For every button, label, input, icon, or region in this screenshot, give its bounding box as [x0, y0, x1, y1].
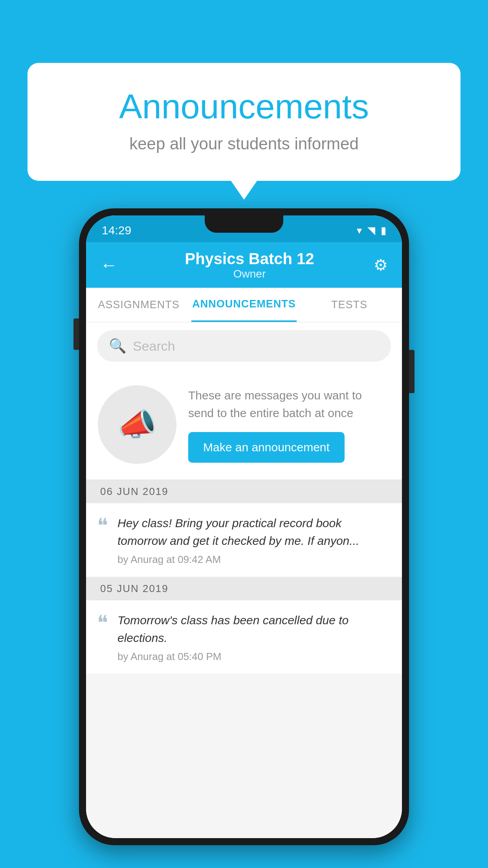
- bubble-subtitle: keep all your students informed: [59, 134, 429, 153]
- announcement-author-2: by Anurag at 05:40 PM: [117, 651, 391, 663]
- search-bar: 🔍 Search: [86, 322, 402, 370]
- bubble-title: Announcements: [59, 86, 429, 127]
- megaphone-circle: 📣: [98, 385, 176, 464]
- make-announcement-button[interactable]: Make an announcement: [188, 432, 345, 463]
- date-divider-2: 05 JUN 2019: [86, 577, 402, 600]
- search-icon: 🔍: [109, 338, 127, 354]
- prompt-content: These are messages you want to send to t…: [188, 386, 390, 463]
- megaphone-icon: 📣: [117, 406, 157, 443]
- announcement-prompt: 📣 These are messages you want to send to…: [86, 370, 402, 480]
- date-label-1: 06 JUN 2019: [100, 485, 169, 497]
- wifi-icon: ▾: [357, 224, 362, 237]
- app-bar-center: Physics Batch 12 Owner: [125, 250, 374, 280]
- power-button-right: [409, 350, 415, 393]
- app-bar-title: Physics Batch 12: [125, 250, 374, 268]
- date-label-2: 05 JUN 2019: [100, 583, 169, 594]
- phone-mockup: 14:29 ▾ ◥ ▮ ← Physics Batch 12 Owner ⚙ A…: [79, 208, 409, 845]
- announcement-item-2[interactable]: ❝ Tomorrow's class has been cancelled du…: [86, 600, 402, 674]
- camera-notch: [205, 215, 283, 233]
- battery-icon: ▮: [381, 224, 386, 237]
- signal-icon: ◥: [367, 224, 375, 237]
- speech-bubble: Announcements keep all your students inf…: [28, 63, 460, 181]
- quote-icon-2: ❝: [97, 613, 108, 633]
- prompt-message: These are messages you want to send to t…: [188, 386, 390, 422]
- announcement-content-1: Hey class! Bring your practical record b…: [117, 514, 391, 566]
- tab-assignments[interactable]: ASSIGNMENTS: [86, 288, 191, 322]
- quote-icon-1: ❝: [97, 516, 108, 536]
- announcement-text-1: Hey class! Bring your practical record b…: [117, 514, 391, 550]
- tab-tests[interactable]: TESTS: [297, 288, 402, 322]
- settings-button[interactable]: ⚙: [374, 256, 388, 274]
- search-placeholder: Search: [133, 338, 175, 354]
- announcement-text-2: Tomorrow's class has been cancelled due …: [117, 611, 391, 647]
- announcement-content-2: Tomorrow's class has been cancelled due …: [117, 611, 391, 663]
- search-input-container[interactable]: 🔍 Search: [97, 330, 391, 362]
- announcement-author-1: by Anurag at 09:42 AM: [117, 554, 391, 566]
- app-bar: ← Physics Batch 12 Owner ⚙: [86, 242, 402, 288]
- phone-screen: 14:29 ▾ ◥ ▮ ← Physics Batch 12 Owner ⚙ A…: [86, 215, 402, 838]
- tab-announcements[interactable]: ANNOUNCEMENTS: [191, 288, 297, 322]
- status-time: 14:29: [102, 224, 131, 237]
- tab-bar: ASSIGNMENTS ANNOUNCEMENTS TESTS: [86, 288, 402, 322]
- status-icons: ▾ ◥ ▮: [357, 224, 386, 237]
- content-area: 🔍 Search 📣 These are messages you want t…: [86, 322, 402, 838]
- back-button[interactable]: ←: [100, 255, 117, 275]
- volume-button-left: [73, 318, 79, 350]
- app-bar-subtitle: Owner: [125, 268, 374, 280]
- date-divider-1: 06 JUN 2019: [86, 480, 402, 503]
- announcement-item-1[interactable]: ❝ Hey class! Bring your practical record…: [86, 503, 402, 577]
